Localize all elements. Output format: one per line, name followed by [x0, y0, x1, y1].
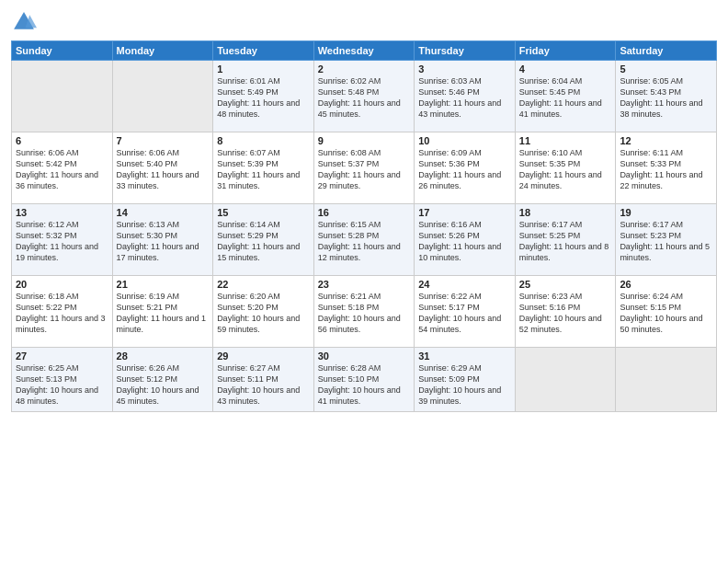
- day-number: 5: [620, 63, 712, 75]
- day-number: 20: [16, 279, 108, 290]
- day-number: 10: [418, 135, 511, 146]
- weekday-header: Saturday: [616, 41, 717, 61]
- day-info: Sunrise: 6:26 AMSunset: 5:12 PMDaylight:…: [117, 362, 210, 408]
- day-info: Sunrise: 6:21 AMSunset: 5:18 PMDaylight:…: [318, 291, 411, 336]
- day-info: Sunrise: 6:29 AMSunset: 5:09 PMDaylight:…: [418, 362, 511, 408]
- day-info: Sunrise: 6:22 AMSunset: 5:17 PMDaylight:…: [418, 291, 511, 336]
- logo-icon: [11, 9, 37, 35]
- calendar-cell: 19Sunrise: 6:17 AMSunset: 5:23 PMDayligh…: [616, 204, 717, 276]
- weekday-header: Friday: [515, 41, 616, 61]
- day-number: 9: [318, 135, 411, 146]
- day-info: Sunrise: 6:24 AMSunset: 5:15 PMDaylight:…: [620, 291, 712, 336]
- calendar-cell: 8Sunrise: 6:07 AMSunset: 5:39 PMDaylight…: [213, 132, 314, 204]
- header: [11, 9, 717, 35]
- calendar-cell: [616, 348, 717, 412]
- day-number: 16: [318, 207, 411, 218]
- day-number: 26: [620, 279, 712, 290]
- calendar-cell: 2Sunrise: 6:02 AMSunset: 5:48 PMDaylight…: [313, 61, 415, 132]
- day-info: Sunrise: 6:09 AMSunset: 5:36 PMDaylight:…: [418, 147, 511, 192]
- day-number: 4: [519, 63, 612, 75]
- day-number: 27: [16, 350, 108, 362]
- day-number: 17: [418, 207, 511, 218]
- calendar-cell: [515, 348, 616, 412]
- day-info: Sunrise: 6:17 AMSunset: 5:23 PMDaylight:…: [620, 219, 712, 264]
- calendar-cell: 20Sunrise: 6:18 AMSunset: 5:22 PMDayligh…: [12, 276, 113, 348]
- day-info: Sunrise: 6:05 AMSunset: 5:43 PMDaylight:…: [620, 75, 712, 121]
- day-info: Sunrise: 6:19 AMSunset: 5:21 PMDaylight:…: [117, 291, 210, 336]
- day-number: 31: [418, 350, 511, 362]
- calendar-cell: 27Sunrise: 6:25 AMSunset: 5:13 PMDayligh…: [12, 348, 113, 412]
- calendar-cell: 28Sunrise: 6:26 AMSunset: 5:12 PMDayligh…: [112, 348, 213, 412]
- logo: [11, 9, 40, 35]
- calendar-cell: 16Sunrise: 6:15 AMSunset: 5:28 PMDayligh…: [313, 204, 415, 276]
- calendar-cell: 11Sunrise: 6:10 AMSunset: 5:35 PMDayligh…: [515, 132, 616, 204]
- calendar-cell: 23Sunrise: 6:21 AMSunset: 5:18 PMDayligh…: [313, 276, 415, 348]
- day-number: 24: [418, 279, 511, 290]
- day-number: 21: [117, 279, 210, 290]
- calendar-cell: 4Sunrise: 6:04 AMSunset: 5:45 PMDaylight…: [515, 61, 616, 132]
- day-info: Sunrise: 6:13 AMSunset: 5:30 PMDaylight:…: [117, 219, 210, 264]
- day-number: 8: [217, 135, 310, 146]
- calendar-cell: 10Sunrise: 6:09 AMSunset: 5:36 PMDayligh…: [415, 132, 516, 204]
- day-number: 1: [217, 63, 310, 75]
- calendar-cell: 30Sunrise: 6:28 AMSunset: 5:10 PMDayligh…: [313, 348, 415, 412]
- day-number: 15: [217, 207, 310, 218]
- day-info: Sunrise: 6:27 AMSunset: 5:11 PMDaylight:…: [217, 362, 310, 408]
- day-info: Sunrise: 6:07 AMSunset: 5:39 PMDaylight:…: [217, 147, 310, 192]
- day-info: Sunrise: 6:23 AMSunset: 5:16 PMDaylight:…: [519, 291, 612, 336]
- day-number: 30: [318, 350, 411, 362]
- day-info: Sunrise: 6:10 AMSunset: 5:35 PMDaylight:…: [519, 147, 612, 192]
- weekday-header: Wednesday: [313, 41, 415, 61]
- day-number: 29: [217, 350, 310, 362]
- day-info: Sunrise: 6:28 AMSunset: 5:10 PMDaylight:…: [318, 362, 411, 408]
- day-number: 23: [318, 279, 411, 290]
- calendar-cell: 15Sunrise: 6:14 AMSunset: 5:29 PMDayligh…: [213, 204, 314, 276]
- day-number: 13: [16, 207, 108, 218]
- calendar-week-row: 27Sunrise: 6:25 AMSunset: 5:13 PMDayligh…: [12, 348, 717, 412]
- weekday-header: Sunday: [12, 41, 113, 61]
- day-number: 11: [519, 135, 612, 146]
- calendar-table: SundayMondayTuesdayWednesdayThursdayFrid…: [11, 40, 717, 412]
- day-number: 19: [620, 207, 712, 218]
- calendar-cell: 9Sunrise: 6:08 AMSunset: 5:37 PMDaylight…: [313, 132, 415, 204]
- calendar-cell: 1Sunrise: 6:01 AMSunset: 5:49 PMDaylight…: [213, 61, 314, 132]
- calendar-week-row: 20Sunrise: 6:18 AMSunset: 5:22 PMDayligh…: [12, 276, 717, 348]
- day-info: Sunrise: 6:01 AMSunset: 5:49 PMDaylight:…: [217, 75, 310, 121]
- calendar-week-row: 13Sunrise: 6:12 AMSunset: 5:32 PMDayligh…: [12, 204, 717, 276]
- day-number: 6: [16, 135, 108, 146]
- calendar-cell: 12Sunrise: 6:11 AMSunset: 5:33 PMDayligh…: [616, 132, 717, 204]
- day-number: 22: [217, 279, 310, 290]
- day-info: Sunrise: 6:06 AMSunset: 5:42 PMDaylight:…: [16, 147, 108, 192]
- calendar-cell: 17Sunrise: 6:16 AMSunset: 5:26 PMDayligh…: [415, 204, 516, 276]
- calendar-cell: 25Sunrise: 6:23 AMSunset: 5:16 PMDayligh…: [515, 276, 616, 348]
- calendar-cell: 13Sunrise: 6:12 AMSunset: 5:32 PMDayligh…: [12, 204, 113, 276]
- day-number: 12: [620, 135, 712, 146]
- weekday-header: Thursday: [415, 41, 516, 61]
- day-number: 2: [318, 63, 411, 75]
- day-number: 14: [117, 207, 210, 218]
- calendar-cell: [12, 61, 113, 132]
- day-number: 18: [519, 207, 612, 218]
- calendar-cell: 5Sunrise: 6:05 AMSunset: 5:43 PMDaylight…: [616, 61, 717, 132]
- day-info: Sunrise: 6:20 AMSunset: 5:20 PMDaylight:…: [217, 291, 310, 336]
- calendar-cell: 22Sunrise: 6:20 AMSunset: 5:20 PMDayligh…: [213, 276, 314, 348]
- calendar-cell: 3Sunrise: 6:03 AMSunset: 5:46 PMDaylight…: [415, 61, 516, 132]
- calendar-cell: [112, 61, 213, 132]
- calendar-week-row: 6Sunrise: 6:06 AMSunset: 5:42 PMDaylight…: [12, 132, 717, 204]
- calendar-cell: 7Sunrise: 6:06 AMSunset: 5:40 PMDaylight…: [112, 132, 213, 204]
- day-number: 25: [519, 279, 612, 290]
- day-info: Sunrise: 6:02 AMSunset: 5:48 PMDaylight:…: [318, 75, 411, 121]
- day-info: Sunrise: 6:16 AMSunset: 5:26 PMDaylight:…: [418, 219, 511, 264]
- day-info: Sunrise: 6:15 AMSunset: 5:28 PMDaylight:…: [318, 219, 411, 264]
- calendar-cell: 18Sunrise: 6:17 AMSunset: 5:25 PMDayligh…: [515, 204, 616, 276]
- day-info: Sunrise: 6:17 AMSunset: 5:25 PMDaylight:…: [519, 219, 612, 264]
- day-info: Sunrise: 6:25 AMSunset: 5:13 PMDaylight:…: [16, 362, 108, 408]
- weekday-header: Monday: [112, 41, 213, 61]
- day-info: Sunrise: 6:04 AMSunset: 5:45 PMDaylight:…: [519, 75, 612, 121]
- day-number: 28: [117, 350, 210, 362]
- day-info: Sunrise: 6:14 AMSunset: 5:29 PMDaylight:…: [217, 219, 310, 264]
- weekday-header-row: SundayMondayTuesdayWednesdayThursdayFrid…: [12, 41, 717, 61]
- day-info: Sunrise: 6:03 AMSunset: 5:46 PMDaylight:…: [418, 75, 511, 121]
- day-info: Sunrise: 6:18 AMSunset: 5:22 PMDaylight:…: [16, 291, 108, 336]
- calendar-cell: 14Sunrise: 6:13 AMSunset: 5:30 PMDayligh…: [112, 204, 213, 276]
